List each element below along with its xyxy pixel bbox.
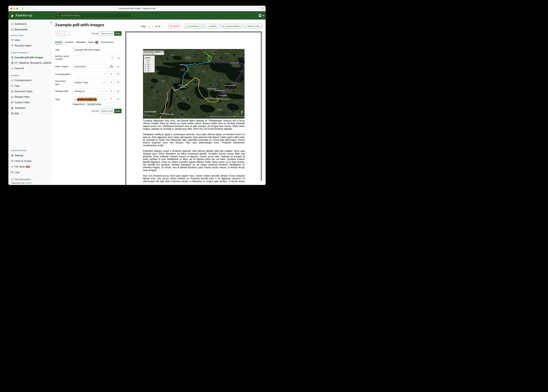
svg-text:Squirrel Island: Squirrel Island <box>221 98 229 100</box>
svg-text:Day 1: Day 1 <box>147 60 150 61</box>
svg-text:Hausons Island: Hausons Island <box>230 62 239 64</box>
svg-text:© 2017 Google: © 2017 Google <box>144 114 149 115</box>
svg-text:Legend: Legend <box>145 57 150 59</box>
svg-text:Canoe Island: Canoe Island <box>205 98 213 99</box>
svg-text:Day 2: Day 2 <box>147 62 150 63</box>
svg-text:Day 6: Day 6 <box>147 70 150 71</box>
svg-text:Six days in BWCA: Six days in BWCA <box>144 53 156 55</box>
svg-text:Day 5: Day 5 <box>147 68 150 69</box>
svg-text:Half Dog Island: Half Dog Island <box>207 88 216 90</box>
svg-text:Day 4: Day 4 <box>147 66 150 67</box>
svg-text:Boundary Waters Trip: Boundary Waters Trip <box>144 51 167 53</box>
svg-text:Indian Grave Island: Indian Grave Island <box>224 84 235 86</box>
svg-text:Entry Point 24: Entry Point 24 <box>147 72 155 73</box>
svg-text:New York Island: New York Island <box>178 84 188 86</box>
svg-text:Day 3: Day 3 <box>147 64 150 65</box>
svg-text:N: N <box>241 112 243 115</box>
svg-text:Image © 2017 DigitalGlobe: Image © 2017 DigitalGlobe <box>144 115 153 116</box>
svg-text:Norway Island: Norway Island <box>213 98 221 99</box>
svg-text:Charlies Island: Charlies Island <box>165 113 174 115</box>
svg-text:Lincoln Island: Lincoln Island <box>219 95 227 96</box>
svg-text:Washington Island: Washington Island <box>214 90 225 91</box>
svg-text:3 mi: 3 mi <box>233 115 235 117</box>
svg-text:Google Earth: Google Earth <box>144 111 156 113</box>
svg-text:Gary Island: Gary Island <box>180 86 186 88</box>
svg-text:Text: Text <box>190 91 193 93</box>
